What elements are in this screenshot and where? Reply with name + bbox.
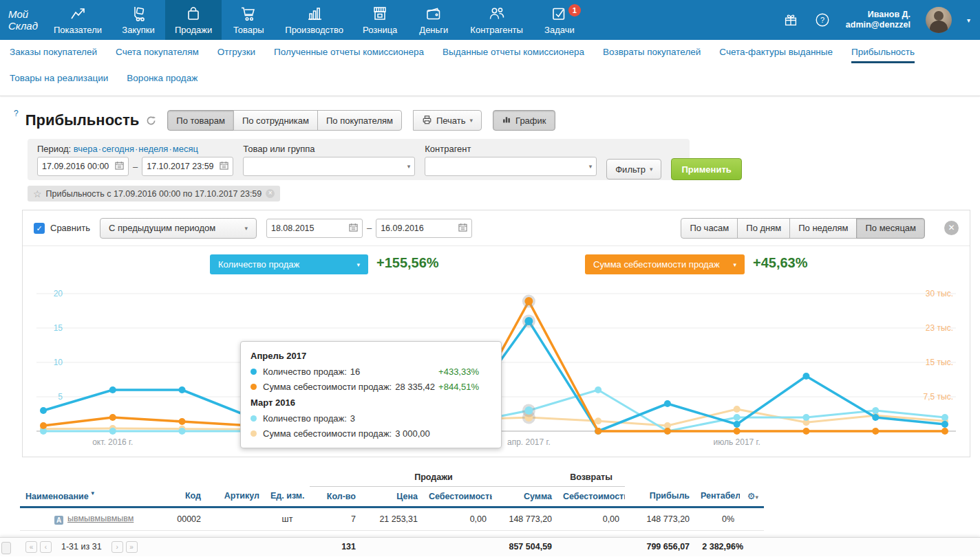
topnav-item-tasks[interactable]: Задачи1 — [533, 0, 586, 40]
subnav-item-customer-invoices[interactable]: Счета покупателям — [116, 47, 199, 63]
page-toolbar: ? Прибыльность По товарамПо сотрудникамП… — [14, 109, 980, 132]
tooltip-row: Количество продаж:16+433,33% — [251, 364, 491, 379]
product-caret-icon[interactable]: ▾ — [407, 163, 411, 170]
subnav-item-customer-returns[interactable]: Возвраты покупателей — [603, 47, 701, 63]
calendar-icon[interactable] — [458, 223, 467, 234]
subnav-item-consignment-goods[interactable]: Товары на реализации — [10, 73, 108, 87]
prev-page-button[interactable]: ‹ — [40, 541, 52, 553]
series-point — [802, 414, 809, 421]
column-header-code[interactable]: Код — [169, 486, 206, 507]
chip-close-icon[interactable]: × — [266, 189, 275, 198]
tooltip-row-value: 16 — [350, 367, 360, 377]
counterparty-caret-icon[interactable]: ▾ — [589, 163, 593, 170]
compare-mode-dropdown[interactable]: С предыдущим периодом ▾ — [100, 218, 257, 239]
column-header-qty[interactable]: Кол-во — [310, 486, 361, 507]
left-axis-tick: 15 — [54, 323, 63, 333]
column-header-return_cost[interactable]: Себестоимость — [557, 486, 625, 507]
topnav-item-retail[interactable]: Розница — [353, 0, 407, 40]
next-page-button[interactable]: › — [111, 541, 123, 553]
apply-button[interactable]: Применить — [671, 158, 741, 180]
period-link-0[interactable]: вчера — [74, 144, 98, 154]
print-group: Печать ▾ — [413, 110, 482, 131]
print-button[interactable]: Печать ▾ — [413, 110, 482, 131]
cell-name: Аывмывмывмывм — [20, 507, 169, 530]
series2-dropdown[interactable]: Сумма себестоимости продаж ▾ — [585, 254, 745, 274]
total-qty: 131 — [310, 538, 361, 556]
gift-icon[interactable] — [782, 12, 799, 28]
total-sum: 857 504,59 — [492, 538, 557, 556]
topnav-item-counterparties[interactable]: Контрагенты — [460, 0, 533, 40]
topnav-item-purchases[interactable]: Закупки — [111, 0, 165, 40]
period-link-2[interactable]: неделя — [138, 144, 168, 154]
counterparty-input[interactable] — [429, 162, 588, 171]
product-input[interactable] — [248, 162, 407, 171]
subnav-item-sales-funnel[interactable]: Воронка продаж — [127, 73, 198, 87]
moysklad-logo[interactable]: Мой Склад — [0, 0, 44, 40]
star-icon[interactable]: ☆ — [33, 188, 42, 199]
tab-by-products[interactable]: По товарам — [167, 110, 234, 131]
gear-icon[interactable]: ⚙ — [747, 491, 756, 501]
tab-by-employees[interactable]: По сотрудникам — [233, 110, 318, 131]
first-page-button[interactable]: « — [25, 541, 37, 553]
saved-filter-chip[interactable]: ☆ Прибыльность с 17.09.2016 00:00 по 17.… — [28, 186, 280, 201]
subnav-item-customer-orders[interactable]: Заказы покупателей — [10, 47, 97, 63]
compare-to-input[interactable] — [381, 223, 458, 233]
column-settings[interactable]: ⚙▾ — [740, 486, 764, 507]
column-header-unit[interactable]: Ед. изм. — [265, 486, 310, 507]
refresh-icon[interactable] — [146, 116, 156, 126]
user-avatar[interactable] — [926, 7, 952, 33]
period-link-separator: · — [169, 144, 171, 154]
column-header-cost[interactable]: Себестоимость — [423, 486, 492, 507]
subnav-item-shipments[interactable]: Отгрузки — [217, 47, 255, 63]
subnav-item-issued-commission-reports[interactable]: Выданные отчеты комиссионера — [443, 47, 584, 63]
topnav-item-sales[interactable]: Продажи — [165, 0, 222, 40]
subnav-item-issued-vat-invoices[interactable]: Счета-фактуры выданные — [719, 47, 833, 63]
column-header-price[interactable]: Цена — [361, 486, 423, 507]
compare-from-input[interactable] — [271, 223, 349, 233]
product-link[interactable]: ывмывмывмывм — [67, 514, 134, 523]
help-icon[interactable]: ? — [814, 12, 831, 28]
topnav-item-goods[interactable]: Товары — [222, 0, 275, 40]
tooltip-row-label: Количество продаж: — [263, 413, 347, 424]
granularity-by-days[interactable]: По дням — [737, 218, 790, 239]
series1-dropdown[interactable]: Количество продаж ▾ — [210, 254, 368, 274]
column-header-name[interactable]: Наименование▼ — [20, 486, 169, 507]
calendar-icon[interactable] — [115, 161, 124, 172]
right-axis-tick: 23 тыс. — [926, 323, 953, 333]
topnav-item-indicators[interactable]: Показатели — [44, 0, 111, 40]
period-link-3[interactable]: месяц — [173, 144, 198, 154]
granularity-by-weeks[interactable]: По неделям — [789, 218, 857, 239]
column-header-profit[interactable]: Прибыль — [625, 486, 695, 507]
user-menu-caret-icon[interactable]: ▾ — [967, 17, 970, 24]
topnav-item-production[interactable]: Производство — [275, 0, 353, 40]
column-header-sum[interactable]: Сумма — [492, 486, 557, 507]
granularity-by-hours[interactable]: По часам — [681, 218, 738, 239]
user-account[interactable]: Иванов Д. admin@denzzel — [846, 10, 910, 30]
filter-button[interactable]: Фильтр ▾ — [606, 159, 661, 179]
period-to-input[interactable] — [147, 162, 220, 171]
period-link-1[interactable]: сегодня — [102, 144, 134, 154]
chart-toggle-button[interactable]: График — [493, 110, 555, 131]
calendar-icon[interactable] — [220, 161, 228, 172]
product-type-icon: А — [54, 516, 63, 525]
compare-checkbox[interactable]: ✓ — [34, 223, 45, 234]
period-from-input[interactable] — [42, 162, 115, 171]
subnav-item-profitability[interactable]: Прибыльность — [851, 47, 915, 63]
scroll-corner[interactable] — [1, 542, 11, 554]
last-page-button[interactable]: » — [126, 541, 138, 553]
granularity-by-months[interactable]: По месяцам — [856, 218, 925, 239]
tooltip-row-change: +433,33% — [438, 367, 491, 377]
tooltip-row-value: 3 000,00 — [395, 428, 430, 439]
cell-actions — [740, 507, 764, 530]
series-dot-icon — [251, 430, 257, 437]
tab-by-customers[interactable]: По покупателям — [317, 110, 402, 131]
title-help-icon[interactable]: ? — [14, 109, 19, 118]
column-header-margin[interactable]: Рентабел... — [695, 486, 740, 507]
close-compare-icon[interactable]: ✕ — [944, 221, 959, 235]
calendar-icon[interactable] — [349, 223, 358, 234]
topnav-item-money[interactable]: Деньги — [407, 0, 460, 40]
tooltip-row: Количество продаж:3 — [251, 411, 491, 426]
column-header-article[interactable]: Артикул — [206, 486, 265, 507]
series-dot-icon — [251, 369, 257, 375]
subnav-item-received-commission-reports[interactable]: Полученные отчеты комиссионера — [274, 47, 424, 63]
